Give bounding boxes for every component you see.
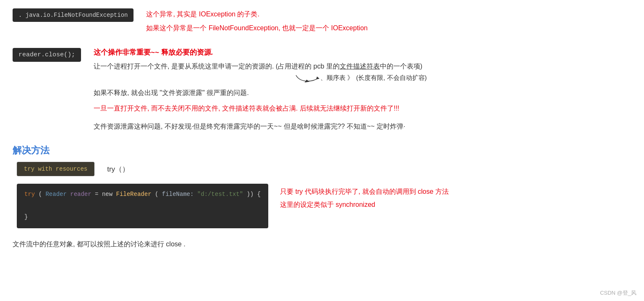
code-filename-value: "d:/test.txt": [197, 191, 243, 198]
section2-desc1: 让一个进程打开一个文件, 是要从系统这里申请一定的资源的. (占用进程的 pcb…: [94, 61, 631, 73]
svg-marker-1: [316, 77, 319, 79]
curved-arrow-icon: [295, 74, 320, 83]
section2-desc3: 文件资源泄露这种问题, 不好发现·但是终究有泄露完毕的一天~~ 但是啥时候泄露完…: [94, 121, 631, 133]
try-row: try with resources try（）: [17, 162, 631, 176]
code-try-keyword: try: [24, 191, 35, 198]
try-badge: try with resources: [17, 162, 94, 176]
badge-reader-close: reader.close();: [13, 48, 81, 62]
section2-desc1-underline: 文件描述符表: [340, 61, 380, 73]
badge-file-not-found: . java.io.FileNotFoundException: [13, 8, 134, 22]
code-and-note: try ( Reader reader = new FileReader ( f…: [17, 184, 631, 228]
note-block: 只要 try 代码块执行完毕了, 就会自动的调用到 close 方法 这里的设定…: [280, 184, 631, 211]
arrow-annotation-row: 、顺序表 》 (长度有限, 不会自动扩容): [295, 74, 631, 83]
section-solution: 解决方法 try with resources try（） try ( Read…: [13, 144, 631, 228]
solution-title: 解决方法: [13, 144, 631, 157]
section2-desc1-pre: 让一个进程打开一个文件, 是要从系统这里申请一定的资源的. (占用进程的 pcb…: [94, 61, 340, 73]
note-line2: 这里的设定类似于 synchronized: [280, 198, 631, 211]
code-filename-param: fileName:: [162, 191, 197, 198]
section2-annotations: 这个操作非常重要~~ 释放必要的资源. 让一个进程打开一个文件, 是要从系统这里…: [94, 46, 631, 135]
paren-text: (长度有限, 不会自动扩容): [356, 74, 427, 82]
arrow-text: 、顺序表 》: [320, 74, 353, 82]
code-closing-brace: }: [24, 212, 261, 222]
code-reader-var: reader: [70, 191, 91, 198]
note-line1: 只要 try 代码块执行完毕了, 就会自动的调用到 close 方法: [280, 185, 631, 198]
try-syntax: try（）: [107, 164, 129, 174]
footer-text: 文件流中的任意对象, 都可以按照上述的讨论来进行 close .: [13, 238, 631, 251]
code-block: try ( Reader reader = new FileReader ( f…: [17, 184, 268, 228]
section2-desc2: 如果不释放, 就会出现 "文件资源泄露" 很严重的问题.: [94, 87, 631, 99]
section2-warn-text: 一旦一直打开文件, 而不去关闭不用的文件, 文件描述符表就会被占满. 后续就无法…: [94, 103, 631, 115]
section2-red-line: 这个操作非常重要~~ 释放必要的资源.: [94, 46, 631, 59]
section-reader-close: reader.close(); 这个操作非常重要~~ 释放必要的资源. 让一个进…: [13, 46, 631, 135]
code-reader-type: Reader: [45, 191, 66, 198]
section-footer: 文件流中的任意对象, 都可以按照上述的讨论来进行 close .: [13, 238, 631, 251]
code-filereader-class: FileReader: [116, 191, 152, 198]
section1-annotations: 这个异常, 其实是 IOException 的子类. 如果这个异常是一个 Fil…: [146, 8, 631, 36]
section2-desc1-post: 中的一个表项): [380, 61, 422, 73]
section1-line1: 这个异常, 其实是 IOException 的子类.: [146, 8, 631, 21]
section-file-not-found: . java.io.FileNotFoundException 这个异常, 其实…: [13, 8, 631, 36]
code-line1: try ( Reader reader = new FileReader ( f…: [24, 190, 261, 200]
code-body-space: [24, 200, 261, 212]
section1-line2: 如果这个异常是一个 FileNotFoundException, 也就一定是一个…: [146, 22, 631, 34]
